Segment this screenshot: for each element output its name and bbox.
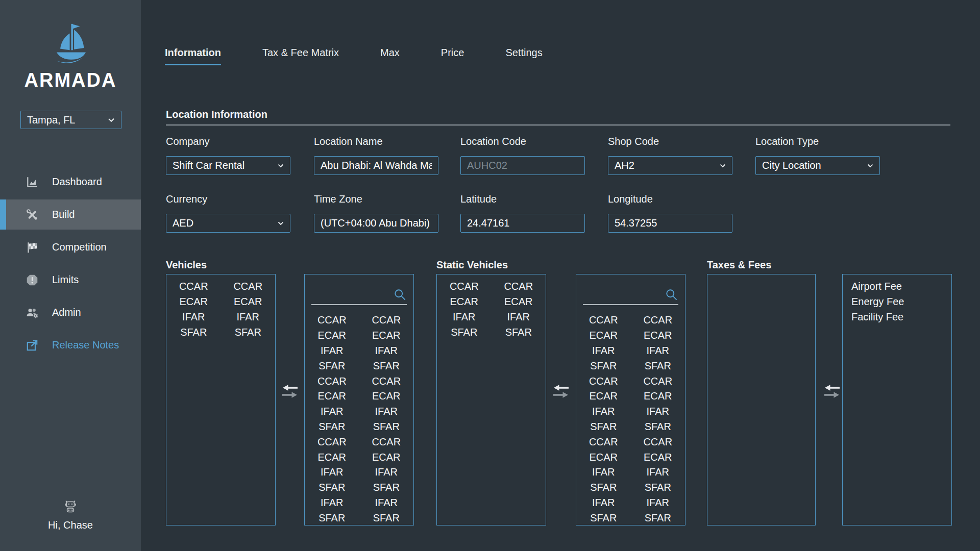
list-option-row[interactable]: CCARCCAR [576,434,685,449]
tab-tax-fee-matrix[interactable]: Tax & Fee Matrix [262,47,339,65]
list-option[interactable]: Airport Fee [851,281,902,292]
list-option[interactable]: ECAR [450,296,478,308]
list-option[interactable]: ECAR [317,330,346,341]
list-option-row[interactable]: ECARECAR [166,294,275,309]
list-option[interactable]: CCAR [372,314,401,326]
list-option[interactable]: SFAR [645,360,671,372]
tab-settings[interactable]: Settings [505,47,542,65]
list-option[interactable]: CCAR [372,375,401,387]
list-option[interactable]: IFAR [592,345,615,357]
list-option[interactable]: CCAR [643,314,672,326]
list-option-row[interactable]: ECARECAR [437,294,546,309]
vehicles-available-listbox[interactable]: CCARCCARECARECARIFARIFARSFARSFARCCARCCAR… [304,274,414,525]
list-option[interactable]: SFAR [373,482,400,493]
list-option-row[interactable]: IFARIFAR [305,465,413,480]
list-option[interactable]: ECAR [644,390,672,402]
list-option[interactable]: IFAR [647,345,669,357]
list-option-row[interactable]: CCARCCAR [576,313,685,328]
list-option-row[interactable]: SFARSFAR [305,358,413,373]
list-option[interactable]: CCAR [450,281,479,292]
list-option[interactable]: IFAR [321,406,343,417]
list-option-row[interactable]: ECARECAR [305,328,413,343]
list-option[interactable]: IFAR [375,406,398,417]
static-vehicles-search-input[interactable] [583,290,664,301]
list-option[interactable]: IFAR [321,466,343,478]
longitude-input[interactable] [608,214,732,233]
static-vehicles-assigned-listbox[interactable]: CCARCCARECARECARIFARIFARSFARSFAR [436,274,546,525]
list-option[interactable]: IFAR [321,497,343,509]
list-option[interactable]: IFAR [647,497,669,509]
list-option[interactable]: ECAR [589,452,618,463]
list-option[interactable]: CCAR [589,436,618,448]
list-option[interactable]: IFAR [507,311,530,323]
list-option-row[interactable]: Energy Fee [843,294,951,309]
list-option[interactable]: CCAR [643,436,672,448]
list-option-row[interactable]: SFARSFAR [166,324,275,340]
list-option-row[interactable]: ECARECAR [305,389,413,404]
list-option[interactable]: Energy Fee [851,296,904,308]
sidebar-item-release-notes[interactable]: Release Notes [0,330,141,360]
list-option[interactable]: IFAR [647,466,669,478]
sidebar-item-dashboard[interactable]: Dashboard [0,167,141,197]
list-option[interactable]: IFAR [453,311,475,323]
list-option[interactable]: ECAR [589,390,618,402]
list-option[interactable]: SFAR [645,421,671,433]
list-option[interactable]: CCAR [317,436,347,448]
sidebar-location-select[interactable]: Tampa, FL [20,111,121,129]
list-option[interactable]: IFAR [375,345,398,357]
list-option[interactable]: IFAR [592,497,615,509]
list-option[interactable]: IFAR [237,311,259,323]
list-option[interactable]: SFAR [318,512,345,524]
list-option[interactable]: ECAR [372,330,401,341]
list-option[interactable]: ECAR [504,296,533,308]
list-option-row[interactable]: ECARECAR [576,328,685,343]
company-select[interactable]: Shift Car Rental [166,156,290,175]
list-option[interactable]: ECAR [644,330,672,341]
list-option-row[interactable]: IFARIFAR [576,495,685,511]
list-option-row[interactable]: IFARIFAR [576,404,685,419]
list-option-row[interactable]: IFARIFAR [576,343,685,359]
list-option-row[interactable]: SFARSFAR [305,480,413,495]
list-option[interactable]: SFAR [505,327,532,338]
list-option[interactable]: SFAR [318,360,345,372]
location-code-input[interactable] [460,156,585,175]
list-option[interactable]: SFAR [318,482,345,493]
transfer-arrows-icon[interactable] [552,384,570,399]
list-option[interactable]: CCAR [179,281,208,292]
taxes-fees-available-listbox[interactable]: Airport FeeEnergy FeeFacility Fee [842,274,952,525]
list-option[interactable]: CCAR [643,375,672,387]
list-option[interactable]: SFAR [590,482,617,493]
list-option[interactable]: SFAR [373,512,400,524]
time-zone-input[interactable] [314,214,438,233]
list-option[interactable]: CCAR [504,281,533,292]
list-option-row[interactable]: IFARIFAR [305,343,413,359]
list-option-row[interactable]: SFARSFAR [576,419,685,435]
list-option[interactable]: SFAR [590,512,617,524]
list-option-row[interactable]: SFARSFAR [576,510,685,525]
list-option-row[interactable]: SFARSFAR [576,358,685,373]
list-option[interactable]: IFAR [321,345,343,357]
list-option[interactable]: ECAR [317,390,346,402]
list-option-row[interactable]: IFARIFAR [305,495,413,511]
list-option-row[interactable]: Airport Fee [843,279,951,294]
tab-price[interactable]: Price [441,47,464,65]
list-option-row[interactable]: CCARCCAR [305,313,413,328]
list-option-row[interactable]: IFARIFAR [166,309,275,324]
list-option[interactable]: SFAR [180,327,207,338]
taxes-fees-assigned-listbox[interactable] [707,274,816,525]
list-option[interactable]: SFAR [645,512,671,524]
list-option[interactable]: CCAR [233,281,262,292]
static-vehicles-available-listbox[interactable]: CCARCCARECARECARIFARIFARSFARSFARCCARCCAR… [576,274,685,525]
list-option[interactable]: ECAR [234,296,262,308]
list-option[interactable]: ECAR [317,452,346,463]
list-option[interactable]: ECAR [372,390,401,402]
list-option-row[interactable]: ECARECAR [576,449,685,465]
list-option[interactable]: CCAR [317,314,347,326]
list-option[interactable]: CCAR [589,314,618,326]
list-option[interactable]: IFAR [592,466,615,478]
latitude-input[interactable] [460,214,585,233]
list-option[interactable]: SFAR [373,421,400,433]
list-option-row[interactable]: SFARSFAR [305,510,413,525]
list-option-row[interactable]: SFARSFAR [305,419,413,435]
list-option-row[interactable]: CCARCCAR [305,434,413,449]
